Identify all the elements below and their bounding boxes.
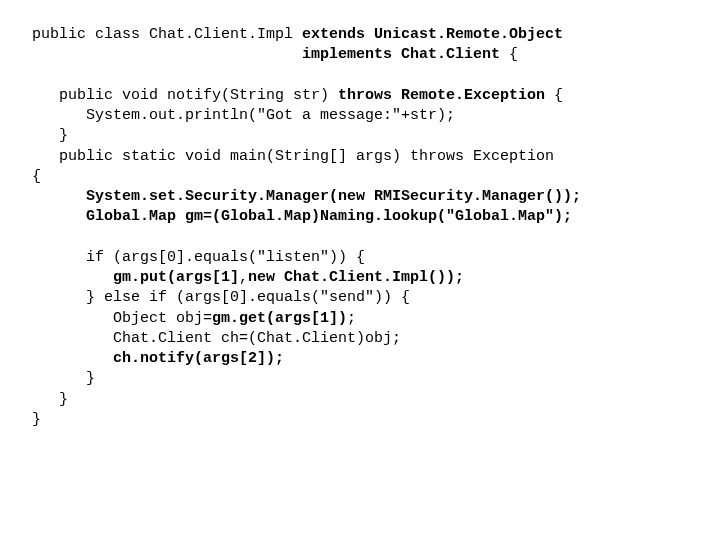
code-line: if (args[0].equals("listen")) {: [32, 249, 365, 266]
code-line: implements Chat.Client {: [32, 46, 518, 63]
code-line: }: [32, 127, 68, 144]
code-block: public class Chat.Client.Impl extends Un…: [0, 0, 720, 455]
code-line: }: [32, 391, 68, 408]
code-line: Chat.Client ch=(Chat.Client)obj;: [32, 330, 401, 347]
code-line: public static void main(String[] args) t…: [32, 148, 554, 165]
code-line: gm.put(args[1],new Chat.Client.Impl());: [32, 269, 464, 286]
code-line: Global.Map gm=(Global.Map)Naming.lookup(…: [32, 208, 572, 225]
code-line: System.out.println("Got a message:"+str)…: [32, 107, 455, 124]
code-line: public void notify(String str) throws Re…: [32, 87, 563, 104]
code-line: } else if (args[0].equals("send")) {: [32, 289, 410, 306]
code-line: }: [32, 411, 41, 428]
code-line: {: [32, 168, 41, 185]
code-line: public class Chat.Client.Impl extends Un…: [32, 26, 563, 43]
code-line: Object obj=gm.get(args[1]);: [32, 310, 356, 327]
code-line: System.set.Security.Manager(new RMISecur…: [32, 188, 581, 205]
code-line: ch.notify(args[2]);: [32, 350, 284, 367]
code-line: }: [32, 370, 95, 387]
